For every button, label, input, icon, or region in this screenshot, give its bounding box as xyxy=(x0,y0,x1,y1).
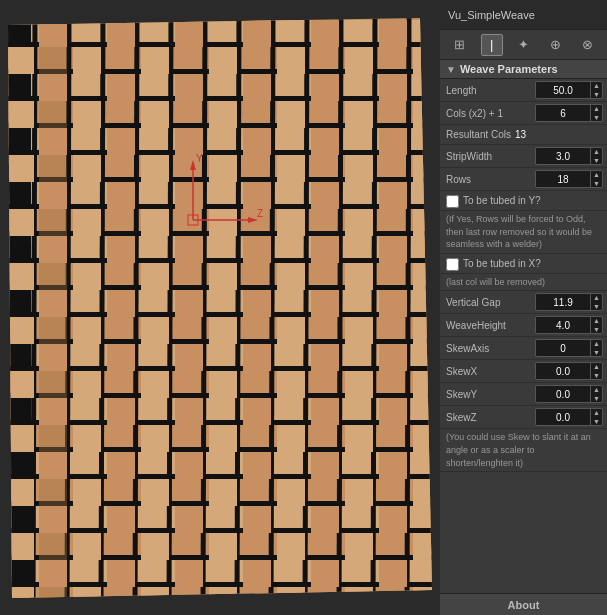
skewx-value: 0.0 xyxy=(536,366,590,377)
tube-x-checkbox[interactable] xyxy=(446,258,459,271)
skewy-arrows[interactable]: ▲ ▼ xyxy=(590,385,602,403)
svg-line-77 xyxy=(407,15,409,610)
panel-title: Vu_SimpleWeave xyxy=(448,9,535,21)
about-section[interactable]: About xyxy=(440,593,607,615)
svg-rect-180 xyxy=(277,209,305,236)
toolbar-icon-modifier[interactable]: | xyxy=(481,34,503,56)
stripwidth-input[interactable]: 3.0 ▲ ▼ xyxy=(535,147,603,165)
svg-rect-102 xyxy=(39,155,67,182)
toolbar-icon-move[interactable]: ⊞ xyxy=(449,34,471,56)
skewy-down[interactable]: ▼ xyxy=(591,394,602,403)
svg-rect-107 xyxy=(39,425,67,452)
cols-down[interactable]: ▼ xyxy=(591,113,602,122)
svg-rect-97 xyxy=(39,452,67,479)
skewaxis-input[interactable]: 0 ▲ ▼ xyxy=(535,339,603,357)
svg-rect-119 xyxy=(73,479,101,506)
weaveheight-arrows[interactable]: ▲ ▼ xyxy=(590,316,602,334)
svg-rect-92 xyxy=(39,182,67,209)
rows-input[interactable]: 18 ▲ ▼ xyxy=(535,170,603,188)
svg-rect-152 xyxy=(175,452,203,479)
param-row-weaveheight: WeaveHeight 4.0 ▲ ▼ xyxy=(440,314,607,337)
skewy-up[interactable]: ▲ xyxy=(591,385,602,394)
length-arrows[interactable]: ▲ ▼ xyxy=(590,81,602,99)
svg-rect-189 xyxy=(311,74,339,101)
rows-up[interactable]: ▲ xyxy=(591,170,602,179)
svg-rect-215 xyxy=(379,290,407,317)
svg-rect-202 xyxy=(345,209,373,236)
svg-rect-137 xyxy=(141,263,169,290)
stripwidth-down[interactable]: ▼ xyxy=(591,156,602,165)
skewz-up[interactable]: ▲ xyxy=(591,408,602,417)
svg-rect-56 xyxy=(5,74,31,101)
skewy-label: SkewY xyxy=(446,389,477,400)
toolbar-icon-render[interactable]: ⊗ xyxy=(576,34,598,56)
vertical-gap-down[interactable]: ▼ xyxy=(591,302,602,311)
skewaxis-arrows[interactable]: ▲ ▼ xyxy=(590,339,602,357)
cols-arrows[interactable]: ▲ ▼ xyxy=(590,104,602,122)
stripwidth-label: StripWidth xyxy=(446,151,492,162)
svg-rect-182 xyxy=(277,317,305,344)
svg-text:Z: Z xyxy=(257,208,263,219)
svg-rect-218 xyxy=(379,452,407,479)
toolbar-icon-camera[interactable]: ⊕ xyxy=(544,34,566,56)
weave-params-header[interactable]: ▼ Weave Parameters xyxy=(440,60,607,79)
svg-rect-80 xyxy=(6,155,34,182)
svg-rect-99 xyxy=(39,560,67,587)
svg-rect-138 xyxy=(141,317,169,344)
length-down[interactable]: ▼ xyxy=(591,90,602,99)
svg-rect-131 xyxy=(107,506,135,533)
skewz-down[interactable]: ▼ xyxy=(591,417,602,426)
weaveheight-down[interactable]: ▼ xyxy=(591,325,602,334)
vertical-gap-input[interactable]: 11.9 ▲ ▼ xyxy=(535,293,603,311)
panel: Vu_SimpleWeave ⊞ | ✦ ⊕ ⊗ ▼ Weave Paramet… xyxy=(440,0,607,615)
svg-rect-183 xyxy=(277,371,305,398)
svg-rect-155 xyxy=(209,47,237,74)
svg-rect-220 xyxy=(379,560,407,587)
svg-rect-158 xyxy=(209,209,237,236)
cols-input[interactable]: 6 ▲ ▼ xyxy=(535,104,603,122)
skewaxis-up[interactable]: ▲ xyxy=(591,339,602,348)
svg-rect-210 xyxy=(379,20,407,47)
length-label: Length xyxy=(446,85,477,96)
tube-y-checkbox[interactable] xyxy=(446,195,459,208)
skewy-input[interactable]: 0.0 ▲ ▼ xyxy=(535,385,603,403)
svg-rect-198 xyxy=(311,560,339,587)
svg-rect-178 xyxy=(277,101,305,128)
svg-rect-127 xyxy=(107,290,135,317)
svg-line-72 xyxy=(237,15,239,610)
skewaxis-down[interactable]: ▼ xyxy=(591,348,602,357)
svg-rect-216 xyxy=(379,344,407,371)
skewz-input[interactable]: 0.0 ▲ ▼ xyxy=(535,408,603,426)
length-up[interactable]: ▲ xyxy=(591,81,602,90)
svg-rect-162 xyxy=(209,425,237,452)
cols-up[interactable]: ▲ xyxy=(591,104,602,113)
skewx-input[interactable]: 0.0 ▲ ▼ xyxy=(535,362,603,380)
svg-rect-177 xyxy=(277,47,305,74)
skewx-label: SkewX xyxy=(446,366,477,377)
svg-rect-109 xyxy=(39,533,67,560)
tube-y-row: To be tubed in Y? xyxy=(440,191,607,211)
svg-rect-176 xyxy=(243,560,271,587)
stripwidth-up[interactable]: ▲ xyxy=(591,147,602,156)
skewx-down[interactable]: ▼ xyxy=(591,371,602,380)
weaveheight-up[interactable]: ▲ xyxy=(591,316,602,325)
skewz-arrows[interactable]: ▲ ▼ xyxy=(590,408,602,426)
vertical-gap-arrows[interactable]: ▲ ▼ xyxy=(590,293,602,311)
vertical-gap-up[interactable]: ▲ xyxy=(591,293,602,302)
skewx-up[interactable]: ▲ xyxy=(591,362,602,371)
rows-arrows[interactable]: ▲ ▼ xyxy=(590,170,602,188)
viewport[interactable]: Y Z xyxy=(0,0,440,615)
skewx-arrows[interactable]: ▲ ▼ xyxy=(590,362,602,380)
toolbar-icon-constraint[interactable]: ✦ xyxy=(512,34,534,56)
svg-rect-179 xyxy=(277,155,305,182)
svg-rect-168 xyxy=(243,128,271,155)
rows-value: 18 xyxy=(536,174,590,185)
svg-rect-148 xyxy=(175,236,203,263)
svg-rect-214 xyxy=(379,236,407,263)
svg-rect-120 xyxy=(73,533,101,560)
length-input[interactable]: 50.0 ▲ ▼ xyxy=(535,81,603,99)
weaveheight-input[interactable]: 4.0 ▲ ▼ xyxy=(535,316,603,334)
stripwidth-arrows[interactable]: ▲ ▼ xyxy=(590,147,602,165)
svg-rect-111 xyxy=(73,47,101,74)
rows-down[interactable]: ▼ xyxy=(591,179,602,188)
